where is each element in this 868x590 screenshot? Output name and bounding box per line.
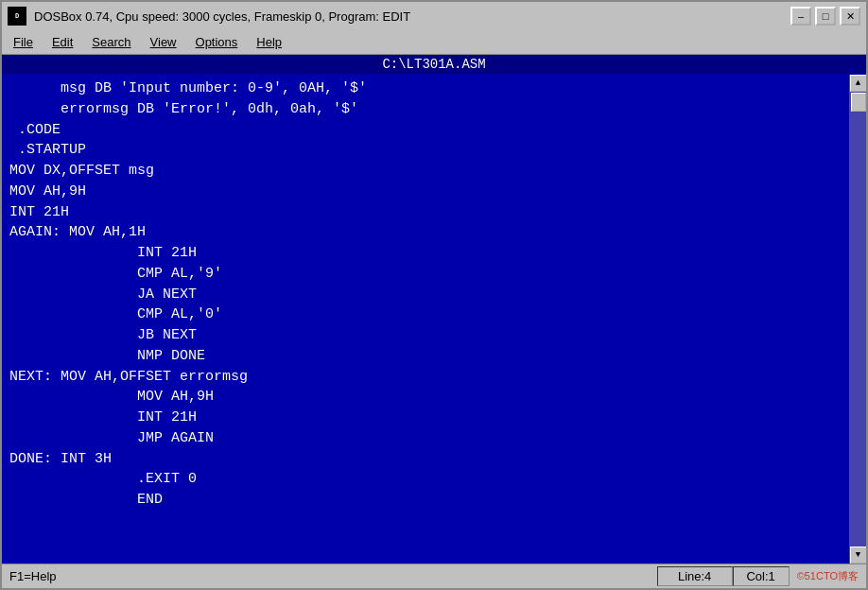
col-indicator: Col:1: [733, 566, 790, 586]
scroll-thumb[interactable]: [851, 93, 866, 112]
brand-label: ©51CTO博客: [790, 567, 866, 585]
title-bar-left: D DOSBox 0.74, Cpu speed: 3000 cycles, F…: [8, 7, 410, 26]
status-bar: F1=Help Line:4 Col:1 ©51CTO博客: [2, 564, 866, 588]
title-buttons: – □ ✕: [790, 7, 860, 26]
editor-title: C:\LT301A.ASM: [2, 55, 866, 75]
menu-options[interactable]: Options: [188, 33, 246, 51]
editor-filename: C:\LT301A.ASM: [382, 57, 485, 72]
menu-bar: File Edit Search View Options Help: [2, 30, 866, 55]
menu-edit[interactable]: Edit: [44, 33, 80, 51]
menu-help[interactable]: Help: [249, 33, 289, 51]
dosbox-icon-text: D: [15, 12, 19, 20]
menu-file[interactable]: File: [6, 33, 41, 51]
code-content[interactable]: msg DB 'Input number: 0-9', 0AH, '$' err…: [2, 75, 849, 564]
menu-view[interactable]: View: [143, 33, 184, 51]
menu-search[interactable]: Search: [84, 33, 138, 51]
minimize-button[interactable]: –: [790, 7, 811, 26]
scroll-down-arrow[interactable]: ▼: [850, 547, 867, 564]
dosbox-icon: D: [8, 7, 26, 26]
dosbox-window: D DOSBox 0.74, Cpu speed: 3000 cycles, F…: [0, 0, 868, 590]
scrollbar[interactable]: ▲ ▼: [849, 75, 866, 564]
line-indicator: Line:4: [657, 566, 733, 586]
close-button[interactable]: ✕: [840, 7, 860, 26]
title-bar: D DOSBox 0.74, Cpu speed: 3000 cycles, F…: [2, 2, 866, 30]
scroll-up-arrow[interactable]: ▲: [850, 75, 867, 92]
window-title: DOSBox 0.74, Cpu speed: 3000 cycles, Fra…: [34, 9, 410, 24]
scroll-track[interactable]: [850, 92, 867, 547]
maximize-button[interactable]: □: [815, 7, 836, 26]
help-key-label: F1=Help: [2, 567, 657, 585]
editor-area[interactable]: msg DB 'Input number: 0-9', 0AH, '$' err…: [2, 75, 866, 564]
